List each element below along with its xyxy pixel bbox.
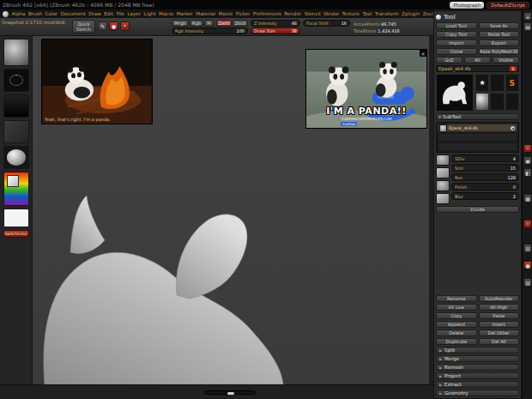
paste-tool-button[interactable]: Paste Tool bbox=[479, 31, 520, 38]
autoreorder-button[interactable]: AutoReorder bbox=[479, 295, 520, 302]
zsub-button[interactable]: Zsub bbox=[233, 20, 248, 27]
goz-all-button[interactable]: All bbox=[464, 57, 491, 63]
ring-primitive-thumbnail[interactable] bbox=[436, 193, 450, 204]
menu-item-picker[interactable]: Picker bbox=[236, 11, 251, 16]
polish-slider[interactable]: Polish0 bbox=[451, 183, 519, 190]
menu-item-draw[interactable]: Draw bbox=[88, 11, 101, 16]
switch-color-button[interactable]: SwitchColor bbox=[3, 230, 29, 238]
cube-primitive-thumbnail[interactable] bbox=[436, 167, 450, 178]
sphere-primitive-thumbnail[interactable] bbox=[436, 154, 450, 166]
merge-section-header[interactable]: ▶ Merge bbox=[436, 355, 519, 362]
append-button[interactable]: Append bbox=[436, 321, 477, 328]
menu-item-preferences[interactable]: Preferences bbox=[253, 11, 281, 16]
quick-sketch-button[interactable]: Quick Sketch bbox=[72, 20, 95, 33]
paste-subtool-button[interactable]: Paste bbox=[479, 312, 520, 319]
material-thumbnail[interactable] bbox=[3, 146, 29, 169]
sdiv-slider[interactable]: SDiv4 bbox=[451, 154, 519, 162]
extract-section-header[interactable]: ▶ Extract bbox=[436, 381, 519, 388]
dock-layers-icon[interactable]: ▣ bbox=[523, 156, 532, 165]
menu-item-texture[interactable]: Texture bbox=[342, 11, 359, 16]
rename-button[interactable]: Rename bbox=[436, 295, 477, 302]
current-brush-thumbnail[interactable] bbox=[3, 39, 29, 66]
blur-slider[interactable]: Blur2 bbox=[451, 192, 519, 200]
empty-tool-slot-1[interactable] bbox=[490, 93, 504, 111]
menu-item-color[interactable]: Color bbox=[45, 11, 58, 16]
menu-item-tool[interactable]: Tool bbox=[362, 11, 372, 16]
mrgb-button[interactable]: Mrgb bbox=[172, 20, 189, 27]
smooth-slider[interactable]: Smt15 bbox=[451, 164, 519, 172]
stroke-type-thumbnail[interactable] bbox=[3, 69, 29, 92]
menu-item-brush[interactable]: Brush bbox=[28, 11, 42, 16]
focal-shift-slider[interactable]: Focal Shift 16 bbox=[303, 20, 350, 27]
dock-grid-icon[interactable]: ▦ bbox=[523, 194, 532, 203]
menu-item-document[interactable]: Document bbox=[61, 11, 86, 16]
remesh-section-header[interactable]: ▶ Remesh bbox=[436, 364, 519, 371]
import-button[interactable]: Import bbox=[436, 39, 477, 46]
menu-item-light[interactable]: Light bbox=[144, 11, 156, 16]
scrollbar-handle[interactable] bbox=[227, 392, 234, 395]
canvas-scrollbar[interactable] bbox=[204, 390, 256, 395]
menu-item-zplugin[interactable]: Zplugin bbox=[402, 11, 420, 16]
canvas-viewport[interactable]: Yeah, that's right. I'm a panda. bbox=[33, 36, 429, 384]
draw-size-slider[interactable]: Draw Size 38 bbox=[251, 27, 300, 34]
insert-button[interactable]: Insert bbox=[479, 321, 520, 328]
menu-item-zscript[interactable]: Zscript bbox=[423, 11, 433, 16]
simple-brush-thumbnail[interactable]: S bbox=[505, 74, 519, 92]
menu-item-stroke[interactable]: Stroke bbox=[323, 11, 339, 16]
all-high-button[interactable]: All High bbox=[479, 304, 520, 311]
zadd-button[interactable]: Zadd bbox=[216, 20, 232, 27]
sphere3d-tool-thumbnail[interactable] bbox=[475, 93, 489, 111]
m-button[interactable]: M bbox=[204, 20, 214, 27]
project-section-header[interactable]: ▶ Project bbox=[436, 372, 519, 379]
empty-tool-slot-2[interactable] bbox=[505, 93, 519, 111]
dock-menu-icon[interactable]: ≡ bbox=[523, 12, 532, 21]
dock-dot-icon[interactable]: ● bbox=[523, 261, 532, 269]
tool-palette-header[interactable]: Tool bbox=[436, 13, 519, 21]
texture-thumbnail[interactable] bbox=[3, 120, 29, 143]
dock-brush-icon[interactable]: * bbox=[523, 144, 532, 153]
photograph-button[interactable]: Photograph bbox=[450, 2, 484, 9]
copy-tool-button[interactable]: Copy Tool bbox=[436, 31, 477, 38]
star3d-tool-thumbnail[interactable]: ★ bbox=[475, 74, 489, 92]
gyro-mode-button[interactable]: * bbox=[120, 21, 130, 31]
dock-hatch-icon[interactable]: ▨ bbox=[523, 278, 532, 287]
visibility-eye-icon[interactable] bbox=[510, 125, 516, 131]
menu-item-transform[interactable]: Transform bbox=[375, 11, 399, 16]
make-polymesh3d-button[interactable]: Make PolyMesh3D bbox=[479, 48, 520, 55]
all-low-button[interactable]: All Low bbox=[436, 304, 477, 311]
current-tool-name[interactable]: Epask_sk4.4b R bbox=[436, 65, 519, 72]
menu-item-movie[interactable]: Movie bbox=[219, 11, 233, 16]
reference-image-panda-fire[interactable]: Yeah, that's right. I'm a panda. bbox=[41, 39, 153, 124]
reference-image-panda-meme[interactable]: I'M A PANDA!! ICANHASCHEEZBURGER.COM ica… bbox=[305, 49, 427, 129]
draw-mode-button[interactable]: ● bbox=[109, 21, 118, 31]
alpha-thumbnail[interactable] bbox=[3, 94, 29, 118]
del-other-button[interactable]: Del Other bbox=[479, 329, 520, 336]
dock-folder-icon[interactable]: ▤ bbox=[523, 22, 532, 31]
rgb-button[interactable]: Rgb bbox=[190, 20, 203, 27]
subtool-row-empty-2[interactable] bbox=[438, 142, 517, 151]
goz-button[interactable]: GoZ bbox=[436, 57, 462, 63]
load-tool-button[interactable]: Load Tool bbox=[436, 22, 477, 29]
default-zscript-button[interactable]: DefaultZScript bbox=[487, 2, 529, 9]
delete-button[interactable]: Delete bbox=[436, 329, 477, 336]
menu-item-macro[interactable]: Macro bbox=[159, 11, 173, 16]
split-section-header[interactable]: ▶ Split bbox=[436, 347, 519, 354]
dock-star-icon[interactable]: * bbox=[523, 220, 532, 228]
menu-item-edit[interactable]: Edit bbox=[104, 11, 113, 16]
del-all-button[interactable]: Del All bbox=[479, 338, 520, 345]
dock-half-icon[interactable]: ◧ bbox=[523, 168, 532, 177]
save-as-button[interactable]: Save As bbox=[479, 22, 520, 29]
copy-subtool-button[interactable]: Copy bbox=[436, 312, 477, 319]
color-picker[interactable] bbox=[3, 172, 29, 206]
blob-primitive-thumbnail[interactable] bbox=[436, 180, 450, 191]
subtool-row-empty-1[interactable] bbox=[438, 133, 517, 142]
polymesh-tool-thumbnail[interactable] bbox=[490, 74, 504, 92]
subtool-row-selected[interactable]: Epask_sk4.4b bbox=[438, 124, 517, 132]
duplicate-button[interactable]: Duplicate bbox=[436, 338, 477, 345]
export-button[interactable]: Export bbox=[479, 39, 520, 46]
subtool-section-header[interactable]: ▼ SubTool bbox=[436, 113, 519, 120]
secondary-color-swatch[interactable] bbox=[3, 209, 29, 227]
dock-lines-icon[interactable]: ▥ bbox=[523, 244, 532, 252]
menu-item-stencil[interactable]: Stencil bbox=[305, 11, 321, 16]
rgb-intensity-slider[interactable]: Rgb Intensity 100 bbox=[172, 27, 248, 34]
